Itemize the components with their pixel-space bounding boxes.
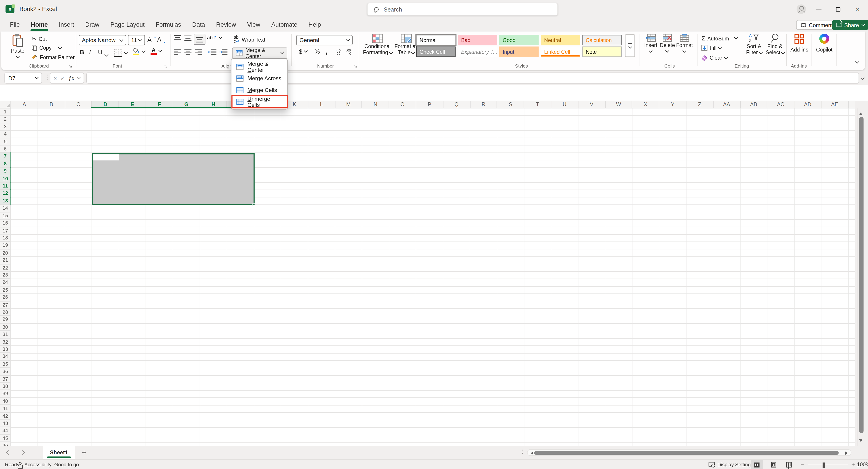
column-header-V[interactable]: V [579, 101, 606, 108]
row-header-36[interactable]: 36 [0, 368, 11, 375]
row-header-14[interactable]: 14 [0, 205, 11, 212]
row-header-21[interactable]: 21 [0, 257, 11, 264]
percent-style-button[interactable]: % [314, 48, 320, 55]
grid-cells[interactable] [11, 108, 855, 446]
column-header-Z[interactable]: Z [686, 101, 714, 108]
row-header-4[interactable]: 4 [0, 131, 11, 138]
column-header-AA[interactable]: AA [713, 101, 741, 108]
scroll-left-icon[interactable] [529, 451, 533, 455]
tab-bar-splitter[interactable]: ⋮ [520, 449, 525, 455]
column-header-A[interactable]: A [11, 101, 38, 108]
row-header-30[interactable]: 30 [0, 324, 11, 331]
row-header-19[interactable]: 19 [0, 242, 11, 249]
scroll-right-icon[interactable] [845, 451, 849, 455]
style-check-cell[interactable]: Check Cell [416, 46, 456, 57]
number-dialog-launcher[interactable]: ↘ [354, 64, 358, 69]
zoom-slider-track[interactable] [808, 465, 848, 465]
horizontal-scroll-thumb[interactable] [534, 451, 839, 455]
row-header-46[interactable]: 46 [0, 442, 11, 446]
row-header-41[interactable]: 41 [0, 405, 11, 412]
find-select-button[interactable]: Find & Select [765, 33, 785, 55]
column-header-S[interactable]: S [497, 101, 524, 108]
font-color-button[interactable]: A [151, 48, 161, 55]
fill-handle[interactable] [252, 203, 255, 206]
zoom-in-button[interactable]: + [851, 460, 855, 469]
paste-button[interactable]: Paste [8, 34, 28, 58]
orientation-button[interactable]: ab↗ [207, 35, 221, 40]
row-header-40[interactable]: 40 [0, 398, 11, 405]
row-header-11[interactable]: 11 [0, 182, 11, 190]
menu-item-merge-cells[interactable]: Merge Cells [231, 84, 287, 96]
menu-item-merge-center[interactable]: Merge & Center [231, 61, 287, 72]
row-header-7[interactable]: 7 [0, 153, 11, 160]
tab-automate[interactable]: Automate [266, 18, 303, 32]
merge-and-center-button[interactable]: Merge & Center [232, 48, 287, 59]
cut-button[interactable]: ✂ Cut [32, 35, 47, 42]
row-header-9[interactable]: 9 [0, 168, 11, 175]
row-header-28[interactable]: 28 [0, 309, 11, 316]
search-input[interactable]: Search [367, 3, 558, 15]
row-header-10[interactable]: 10 [0, 175, 11, 182]
column-header-Q[interactable]: Q [443, 101, 470, 108]
insert-function-icon[interactable]: ƒx [68, 75, 74, 81]
style-note[interactable]: Note [582, 46, 622, 57]
style-neutral[interactable]: Neutral [541, 35, 580, 45]
row-header-35[interactable]: 35 [0, 361, 11, 368]
new-sheet-button[interactable]: + [82, 448, 86, 457]
align-top-button[interactable] [174, 35, 181, 41]
collapse-ribbon-button[interactable] [856, 57, 859, 67]
column-header-W[interactable]: W [605, 101, 632, 108]
font-name-select[interactable]: Aptos Narrow [79, 35, 126, 45]
minimize-button[interactable] [810, 0, 828, 18]
active-cell[interactable] [93, 154, 119, 160]
column-header-AE[interactable]: AE [822, 101, 848, 108]
tab-review[interactable]: Review [211, 18, 241, 32]
align-middle-button[interactable] [184, 35, 192, 41]
scroll-down-icon[interactable] [859, 439, 863, 444]
underline-button[interactable]: U [98, 49, 102, 55]
tab-page-layout[interactable]: Page Layout [105, 18, 150, 32]
italic-button[interactable]: I [89, 49, 91, 55]
style-calculation[interactable]: Calculation [582, 35, 622, 45]
sheet-tab-sheet1[interactable]: Sheet1 [43, 446, 74, 459]
share-button[interactable]: Share [832, 20, 868, 30]
style-explanatory-t[interactable]: Explanatory T... [458, 46, 497, 57]
grow-font-button[interactable]: A^ [147, 36, 156, 44]
expand-formula-bar-chevron[interactable] [861, 76, 864, 79]
row-header-2[interactable]: 2 [0, 116, 11, 123]
column-header-C[interactable]: C [65, 101, 92, 108]
bold-button[interactable]: B [80, 49, 84, 55]
row-header-8[interactable]: 8 [0, 160, 11, 168]
copy-button[interactable]: Copy [32, 45, 61, 51]
comma-style-button[interactable]: , [326, 46, 328, 55]
vertical-scrollbar[interactable] [857, 108, 864, 446]
row-header-18[interactable]: 18 [0, 234, 11, 242]
row-header-37[interactable]: 37 [0, 375, 11, 383]
accounting-format-button[interactable]: $ [299, 48, 307, 55]
row-header-25[interactable]: 25 [0, 287, 11, 294]
row-header-44[interactable]: 44 [0, 428, 11, 435]
shrink-font-button[interactable]: Av [157, 36, 165, 42]
tab-help[interactable]: Help [303, 18, 327, 32]
column-header-G[interactable]: G [173, 101, 200, 108]
next-sheet-icon[interactable] [20, 450, 25, 455]
row-header-20[interactable]: 20 [0, 249, 11, 257]
page-break-view-button[interactable] [783, 460, 795, 469]
align-center-button[interactable] [184, 49, 192, 55]
style-bad[interactable]: Bad [458, 35, 497, 45]
sort-filter-button[interactable]: A Z Sort & Filter [744, 33, 764, 55]
row-header-43[interactable]: 43 [0, 420, 11, 428]
style-linked-cell[interactable]: Linked Cell [541, 46, 580, 57]
row-header-38[interactable]: 38 [0, 383, 11, 390]
row-header-3[interactable]: 3 [0, 123, 11, 131]
row-header-34[interactable]: 34 [0, 353, 11, 361]
row-header-23[interactable]: 23 [0, 272, 11, 279]
column-header-B[interactable]: B [38, 101, 65, 108]
font-size-select[interactable]: 11 [128, 35, 145, 45]
row-header-27[interactable]: 27 [0, 301, 11, 309]
column-header-AB[interactable]: AB [741, 101, 768, 108]
fill-button[interactable]: Fill [702, 45, 721, 51]
clear-button[interactable]: Clear [702, 55, 727, 61]
normal-view-button[interactable] [751, 460, 763, 469]
page-layout-view-button[interactable] [767, 460, 779, 469]
